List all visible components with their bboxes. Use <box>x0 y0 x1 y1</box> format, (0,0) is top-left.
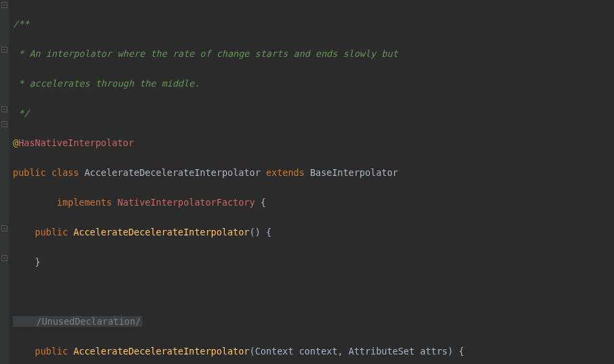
fold-marker-icon[interactable]: - <box>1 47 7 53</box>
fold-marker-icon[interactable]: - <box>1 2 7 8</box>
code-line: public AccelerateDecelerateInterpolator(… <box>13 225 614 240</box>
code-line: * An interpolator where the rate of chan… <box>13 46 614 61</box>
code-editor[interactable]: /** * An interpolator where the rate of … <box>9 0 614 364</box>
code-line: implements NativeInterpolatorFactory { <box>13 195 614 210</box>
fold-marker-icon[interactable]: - <box>1 121 7 127</box>
code-line <box>13 284 614 299</box>
code-line: } <box>13 254 614 269</box>
code-line: @HasNativeInterpolator <box>13 135 614 150</box>
code-line: public AccelerateDecelerateInterpolator(… <box>13 344 614 359</box>
folded-region[interactable]: /UnusedDeclaration/ <box>13 316 142 327</box>
code-line: /UnusedDeclaration/ <box>13 314 614 329</box>
fold-marker-icon[interactable]: - <box>1 225 7 231</box>
editor-gutter[interactable]: - - - - - - <box>0 0 9 364</box>
code-line: public class AccelerateDecelerateInterpo… <box>13 165 614 180</box>
code-line: * accelerates through the middle. <box>13 76 614 91</box>
code-line: */ <box>13 106 614 120</box>
fold-marker-icon[interactable]: - <box>1 255 7 261</box>
code-line: /** <box>13 16 614 31</box>
fold-marker-icon[interactable]: - <box>1 106 7 112</box>
